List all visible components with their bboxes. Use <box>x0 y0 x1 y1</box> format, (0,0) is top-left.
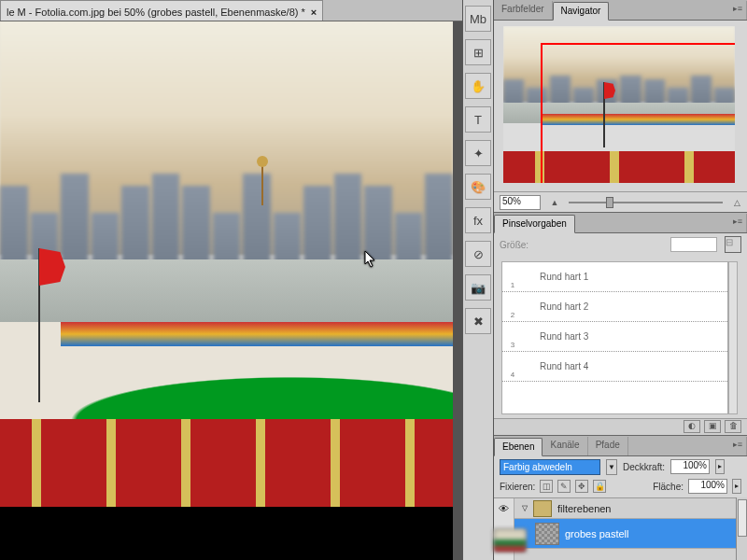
toolstrip: Mb ⊞ ✋ T ✦ 🎨 fx ⊘ 📷 ✖ <box>462 0 494 560</box>
cursor-icon <box>364 250 377 269</box>
tab-brush-presets[interactable]: Pinselvorgaben <box>494 215 575 233</box>
zoom-slider[interactable] <box>569 197 723 208</box>
tab-paths[interactable]: Pfade <box>588 437 628 455</box>
navigator-panel: 50% ▲ △ <box>494 21 747 213</box>
fill-field[interactable]: 100% <box>688 479 727 494</box>
brush-options-icon[interactable]: ⊟ <box>725 236 741 253</box>
tool-crossed-icon[interactable]: ✖ <box>465 308 491 334</box>
tab-layers[interactable]: Ebenen <box>494 438 543 456</box>
tool-type-icon[interactable]: T <box>465 106 491 133</box>
tool-mb[interactable]: Mb <box>465 6 491 32</box>
fill-label: Fläche: <box>653 482 684 492</box>
chevron-down-icon[interactable]: ▽ <box>522 504 528 512</box>
zoom-in-icon[interactable]: △ <box>732 198 741 207</box>
brush-size-label: Größe: <box>500 240 529 250</box>
opacity-field[interactable]: 100% <box>670 459 710 474</box>
panel-menu-icon[interactable]: ▸≡ <box>729 214 747 232</box>
tab-navigator[interactable]: Navigator <box>553 2 610 21</box>
tool-circle-icon[interactable]: ⊘ <box>465 241 491 267</box>
zoom-field[interactable]: 50% <box>500 195 541 210</box>
layer-name: grobes pastell <box>565 528 629 539</box>
chevron-down-icon[interactable]: ▼ <box>606 459 617 475</box>
brush-delete-icon[interactable]: 🗑 <box>725 420 741 433</box>
brush-presets-panel: Größe: ⊟ 1Rund hart 1 2Rund hart 2 3Rund… <box>494 233 747 436</box>
brush-size-field[interactable] <box>670 237 717 252</box>
panel-menu-icon[interactable]: ▸≡ <box>729 437 747 455</box>
layer-row[interactable]: 👁 grobes pastell <box>494 519 736 549</box>
layer-scrollbar[interactable] <box>736 497 747 560</box>
layer-mask-thumbnail[interactable] <box>535 523 559 545</box>
brush-list-scrollbar[interactable] <box>728 261 738 414</box>
tool-camera-icon[interactable]: 📷 <box>465 274 491 301</box>
tool-color-icon[interactable]: 🎨 <box>465 174 491 200</box>
document-title: le M - Fotolia.com.jpg bei 50% (grobes p… <box>7 7 305 18</box>
document-tab-bar: le M - Fotolia.com.jpg bei 50% (grobes p… <box>0 0 462 21</box>
tool-hand-icon[interactable]: ✋ <box>465 73 491 99</box>
blend-mode-select[interactable]: Farbig abwedeln <box>500 459 600 475</box>
lock-all-icon[interactable]: 🔒 <box>593 480 606 493</box>
canvas-image <box>0 21 453 507</box>
canvas-area[interactable] <box>0 21 453 560</box>
layer-list: 👁 ▽ filterebenen 👁 grobes pastell 👁 malg… <box>494 497 736 560</box>
layer-row[interactable]: 👁 malgrund <box>494 549 736 560</box>
right-panels: Farbfelder Navigator ▸≡ 50% ▲ △ Pinselv <box>494 0 747 560</box>
lock-pixels-icon[interactable]: ✎ <box>557 480 571 493</box>
opacity-dropdown-icon[interactable]: ▸ <box>715 459 725 474</box>
document-tab[interactable]: le M - Fotolia.com.jpg bei 50% (grobes p… <box>0 0 323 21</box>
brush-list[interactable]: 1Rund hart 1 2Rund hart 2 3Rund hart 3 4… <box>501 261 728 414</box>
brush-tabs: Pinselvorgaben ▸≡ <box>494 213 747 233</box>
tab-channels[interactable]: Kanäle <box>543 437 587 455</box>
layer-name: filterebenen <box>557 503 612 514</box>
brush-item: 4Rund hart 4 <box>502 352 727 382</box>
brush-item: 3Rund hart 3 <box>502 322 727 352</box>
tab-swatches[interactable]: Farbfelder <box>494 1 553 20</box>
layer-thumbnail[interactable] <box>494 529 526 552</box>
close-icon[interactable]: × <box>311 7 317 18</box>
brush-toggle-icon[interactable]: ◐ <box>684 420 700 433</box>
brush-new-icon[interactable]: ▣ <box>704 420 721 433</box>
lock-label: Fixieren: <box>500 482 535 492</box>
tool-grid-icon[interactable]: ⊞ <box>465 39 491 65</box>
tool-fx-icon[interactable]: fx <box>465 207 491 233</box>
folder-icon <box>533 500 552 517</box>
navigator-thumbnail[interactable] <box>503 26 735 183</box>
fill-dropdown-icon[interactable]: ▸ <box>732 479 741 494</box>
tool-shape-icon[interactable]: ✦ <box>465 140 491 166</box>
lock-position-icon[interactable]: ✥ <box>575 480 588 493</box>
layers-tabs: Ebenen Kanäle Pfade ▸≡ <box>494 436 747 456</box>
layer-group-row[interactable]: 👁 ▽ filterebenen <box>494 498 736 519</box>
brush-item: 2Rund hart 2 <box>502 292 727 322</box>
opacity-label: Deckkraft: <box>623 462 665 472</box>
navigator-view-rect[interactable] <box>541 43 735 183</box>
navigator-tabs: Farbfelder Navigator ▸≡ <box>494 0 747 21</box>
visibility-icon[interactable]: 👁 <box>494 498 514 519</box>
brush-item: 1Rund hart 1 <box>502 262 727 292</box>
zoom-out-icon[interactable]: ▲ <box>550 198 559 207</box>
lock-transparency-icon[interactable]: ◫ <box>540 480 553 493</box>
layers-panel: Farbig abwedeln ▼ Deckkraft: 100% ▸ Fixi… <box>494 456 747 560</box>
panel-menu-icon[interactable]: ▸≡ <box>729 1 747 20</box>
